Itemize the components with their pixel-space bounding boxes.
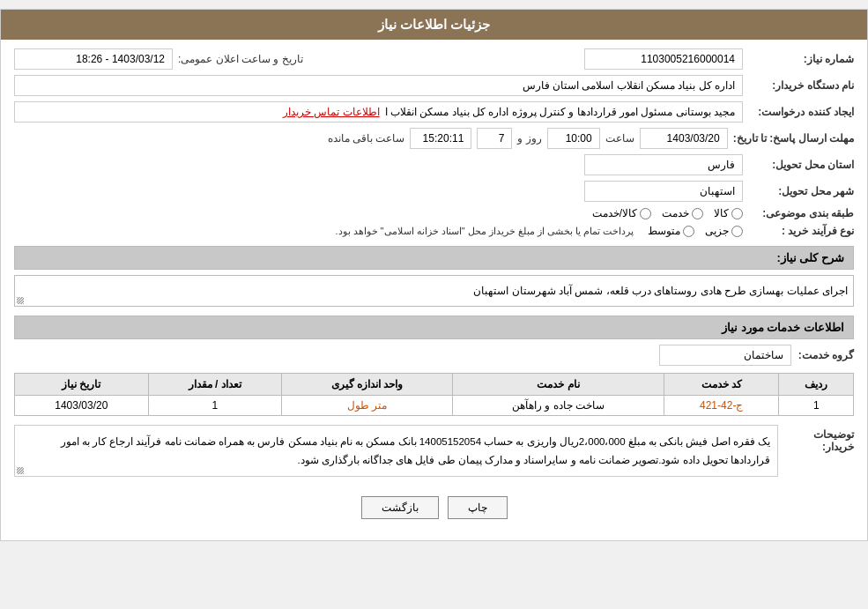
- need-desc-section-header: شرح کلی نیاز:: [14, 246, 854, 270]
- category-radio-group: کالا خدمت کالا/خدمت: [592, 207, 743, 219]
- page-wrapper: جزئیات اطلاعات نیاز شماره نیاز: 11030052…: [0, 9, 868, 541]
- deadline-day-label: روز و: [517, 132, 541, 145]
- need-desc-section-title: شرح کلی نیاز:: [776, 251, 844, 264]
- page-header: جزئیات اطلاعات نیاز: [1, 10, 867, 40]
- category-kala-label: کالا: [714, 207, 729, 219]
- col-quantity: تعداد / مقدار: [148, 374, 281, 396]
- need-number-label: شماره نیاز:: [748, 53, 854, 65]
- deadline-time: 10:00: [547, 128, 600, 149]
- creator-row: ایجاد کننده درخواست: مجید بوستانی مسئول …: [14, 101, 854, 123]
- items-table: ردیف کد خدمت نام خدمت واحد اندازه گیری ت…: [14, 373, 854, 416]
- need-number-row: شماره نیاز: 1103005216000014 تاریخ و ساع…: [14, 48, 854, 70]
- service-group-row: گروه خدمت: ساختمان: [14, 345, 854, 366]
- buyer-org-value: اداره کل بنیاد مسکن انقلاب اسلامی استان …: [14, 75, 743, 96]
- table-header: ردیف کد خدمت نام خدمت واحد اندازه گیری ت…: [15, 374, 854, 396]
- deadline-date: 1403/03/20: [640, 128, 728, 149]
- buyer-org-label: نام دستگاه خریدار:: [748, 79, 854, 92]
- resize-handle[interactable]: [17, 297, 24, 304]
- table-row: 1 ج-42-421 ساخت جاده و راهآهن متر طول 1 …: [15, 396, 854, 416]
- cell-unit: متر طول: [282, 396, 453, 416]
- category-kala-khedmat: کالا/خدمت: [592, 207, 651, 219]
- category-khedmat-radio[interactable]: [692, 208, 703, 219]
- need-desc-row: اجرای عملیات بهسازی طرح هادی روستاهای در…: [14, 275, 854, 307]
- col-index: ردیف: [779, 374, 854, 396]
- table-header-row: ردیف کد خدمت نام خدمت واحد اندازه گیری ت…: [15, 374, 854, 396]
- purchase-type-note: پرداخت تمام یا بخشی از مبلغ خریداز محل "…: [335, 226, 634, 237]
- category-row: طبقه بندی موضوعی: کالا خدمت کالا/خدمت: [14, 207, 854, 219]
- announcement-value: 1403/03/12 - 18:26: [14, 48, 173, 70]
- creator-value: مجید بوستانی مسئول امور قراردادها و کنتر…: [14, 101, 743, 123]
- col-date: تاریخ نیاز: [15, 374, 149, 396]
- notes-resize-handle[interactable]: [17, 467, 24, 474]
- back-button[interactable]: بازگشت: [361, 496, 439, 519]
- notes-box: یک فقره اصل فیش بانکی به مبلغ 2،000،000ر…: [14, 425, 778, 477]
- creator-label: ایجاد کننده درخواست:: [748, 106, 854, 118]
- cell-code: ج-42-421: [664, 396, 779, 416]
- service-info-section-header: اطلاعات خدمات مورد نیاز: [14, 316, 854, 339]
- print-button[interactable]: چاپ: [448, 496, 508, 519]
- service-group-label: گروه خدمت:: [798, 349, 854, 361]
- table-body: 1 ج-42-421 ساخت جاده و راهآهن متر طول 1 …: [15, 396, 854, 416]
- notes-value: یک فقره اصل فیش بانکی به مبلغ 2،000،000ر…: [61, 436, 770, 465]
- purchase-type-motevaset-radio[interactable]: [683, 226, 694, 237]
- city-value: استهبان: [584, 181, 743, 202]
- deadline-label: مهلت ارسال پاسخ: تا تاریخ:: [733, 132, 854, 145]
- province-label: استان محل تحویل:: [748, 159, 854, 171]
- category-label: طبقه بندی موضوعی:: [748, 207, 854, 219]
- category-kala-khedmat-label: کالا/خدمت: [592, 207, 637, 219]
- city-label: شهر محل تحویل:: [748, 185, 854, 197]
- col-code: کد خدمت: [664, 374, 779, 396]
- purchase-type-radio-group: جزیی متوسط: [648, 225, 743, 237]
- deadline-time-label: ساعت: [605, 132, 634, 145]
- col-name: نام خدمت: [453, 374, 664, 396]
- col-unit: واحد اندازه گیری: [282, 374, 453, 396]
- category-kala-khedmat-radio[interactable]: [640, 208, 651, 219]
- deadline-row: مهلت ارسال پاسخ: تا تاریخ: 1403/03/20 سا…: [14, 128, 854, 149]
- buyer-org-row: نام دستگاه خریدار: اداره کل بنیاد مسکن ا…: [14, 75, 854, 96]
- content: شماره نیاز: 1103005216000014 تاریخ و ساع…: [1, 40, 867, 540]
- need-desc-value: اجرای عملیات بهسازی طرح هادی روستاهای در…: [14, 275, 854, 307]
- cell-date: 1403/03/20: [15, 396, 149, 416]
- cell-index: 1: [779, 396, 854, 416]
- announcement-label: تاریخ و ساعت اعلان عمومی:: [178, 53, 303, 65]
- contact-link[interactable]: اطلاعات تماس خریدار: [283, 106, 380, 118]
- deadline-remaining-label: ساعت باقی مانده: [328, 132, 405, 145]
- province-row: استان محل تحویل: فارس: [14, 154, 854, 175]
- purchase-type-row: نوع فرآیند خرید : جزیی متوسط پرداخت تمام…: [14, 225, 854, 237]
- cell-name: ساخت جاده و راهآهن: [453, 396, 664, 416]
- province-value: فارس: [584, 154, 743, 175]
- notes-label: توضیحات خریدار:: [783, 425, 854, 453]
- service-group-value: ساختمان: [659, 345, 791, 366]
- bottom-buttons: چاپ بازگشت: [14, 486, 854, 531]
- category-khedmat: خدمت: [662, 207, 703, 219]
- purchase-type-jozi-radio[interactable]: [731, 226, 743, 237]
- category-khedmat-label: خدمت: [662, 207, 689, 219]
- cell-quantity: 1: [148, 396, 281, 416]
- need-number-value: 1103005216000014: [584, 48, 743, 70]
- purchase-type-motevaset: متوسط: [648, 225, 694, 237]
- purchase-type-label: نوع فرآیند خرید :: [748, 225, 854, 237]
- city-row: شهر محل تحویل: استهبان: [14, 181, 854, 202]
- deadline-days: 7: [477, 128, 512, 149]
- page-title: جزئیات اطلاعات نیاز: [378, 17, 490, 32]
- purchase-type-jozi-label: جزیی: [705, 225, 729, 237]
- service-info-section-title: اطلاعات خدمات مورد نیاز: [722, 321, 844, 334]
- purchase-type-motevaset-label: متوسط: [648, 225, 680, 237]
- notes-row: توضیحات خریدار: یک فقره اصل فیش بانکی به…: [14, 425, 854, 477]
- deadline-remaining: 15:20:11: [410, 128, 471, 149]
- category-kala: کالا: [714, 207, 743, 219]
- category-kala-radio[interactable]: [731, 208, 743, 219]
- purchase-type-jozi: جزیی: [705, 225, 743, 237]
